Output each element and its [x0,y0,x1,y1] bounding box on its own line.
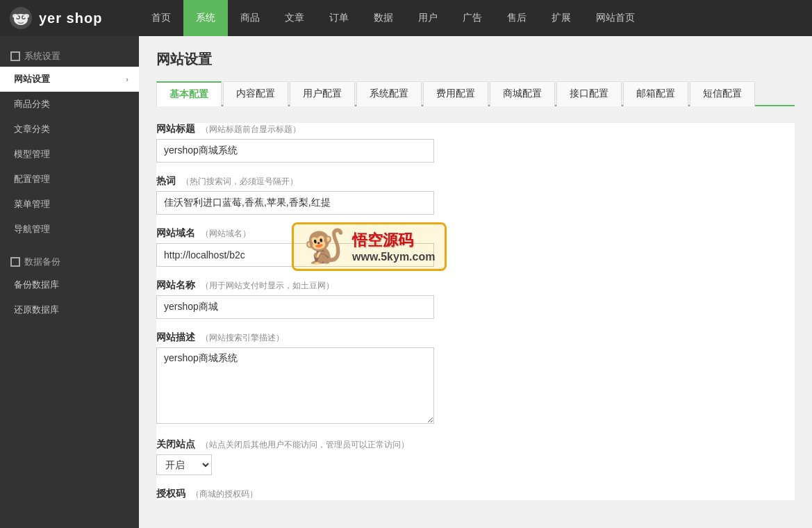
form-group-website-title: 网站标题 （网站标题前台显示标题） [156,123,795,163]
sidebar-section-system-label: 系统设置 [24,50,60,63]
tab-api-config[interactable]: 接口配置 [556,81,622,106]
sidebar-item-model-management[interactable]: 模型管理 [0,142,139,167]
top-navigation: yer shop 首页 系统 商品 文章 订单 数据 用户 广告 售后 扩展 网… [0,0,812,36]
description-textarea[interactable] [156,347,434,424]
nav-item-system[interactable]: 系统 [183,0,228,36]
sidebar-item-config-management[interactable]: 配置管理 [0,167,139,192]
sitename-input[interactable] [156,295,434,319]
nav-item-orders[interactable]: 订单 [317,0,361,36]
nav-item-aftersale[interactable]: 售后 [495,0,539,36]
description-hint: （网站搜索引擎描述） [201,332,284,344]
form-group-sitename: 网站名称 （用于网站支付时显示，如土豆网） [156,279,795,319]
logo-text: yer shop [39,10,102,26]
sitename-label: 网站名称 （用于网站支付时显示，如土豆网） [156,279,795,292]
main-content: 网站设置 基本配置 内容配置 用户配置 系统配置 费用配置 商城配置 接口配置 … [139,36,812,528]
domain-input[interactable] [156,243,434,267]
sidebar: 系统设置 网站设置 › 商品分类 文章分类 模型管理 配置管理 菜单管理 导航管… [0,36,139,528]
nav-item-extend[interactable]: 扩展 [539,0,583,36]
sidebar-section-backup: 数据备份 [0,249,139,272]
domain-label: 网站域名 （网站域名） [156,227,795,240]
tab-system-config[interactable]: 系统配置 [356,81,422,106]
sidebar-item-backup-db[interactable]: 备份数据库 [0,272,139,297]
tab-basic-config[interactable]: 基本配置 [156,81,222,106]
nav-item-frontend[interactable]: 网站首页 [583,0,647,36]
close-site-hint: （站点关闭后其他用户不能访问，管理员可以正常访问） [201,439,409,451]
nav-item-ads[interactable]: 广告 [450,0,495,36]
website-title-hint: （网站标题前台显示标题） [201,124,301,135]
sidebar-item-nav-management[interactable]: 导航管理 [0,217,139,242]
logo-icon [8,6,33,31]
form-group-domain: 网站域名 （网站域名） [156,227,795,267]
description-label: 网站描述 （网站搜索引擎描述） [156,331,795,344]
nav-item-data[interactable]: 数据 [361,0,406,36]
hotwords-label: 热词 （热门搜索词，必须逗号隔开） [156,175,795,188]
tab-fee-config[interactable]: 费用配置 [423,81,488,106]
website-title-input[interactable] [156,139,434,163]
hotwords-input[interactable] [156,191,434,215]
nav-item-home[interactable]: 首页 [139,0,183,36]
basic-config-form: 网站标题 （网站标题前台显示标题） 热词 （热门搜索词，必须逗号隔开） 网站域名… [156,123,795,500]
svg-point-6 [13,14,18,18]
logo-area: yer shop [0,6,139,31]
nav-item-articles[interactable]: 文章 [272,0,317,36]
tabs-container: 基本配置 内容配置 用户配置 系统配置 费用配置 商城配置 接口配置 邮箱配置 … [156,81,795,106]
chevron-right-icon: › [126,75,129,83]
form-group-hotwords: 热词 （热门搜索词，必须逗号隔开） [156,175,795,215]
svg-point-7 [24,14,29,18]
website-title-label: 网站标题 （网站标题前台显示标题） [156,123,795,135]
section-icon-backup [10,257,20,267]
sidebar-item-article-category[interactable]: 文章分类 [0,117,139,142]
sidebar-item-menu-management[interactable]: 菜单管理 [0,192,139,217]
tab-content-config[interactable]: 内容配置 [223,81,288,106]
sitename-hint: （用于网站支付时显示，如土豆网） [201,280,334,292]
auth-code-hint: （商城的授权码） [191,488,258,500]
main-layout: 系统设置 网站设置 › 商品分类 文章分类 模型管理 配置管理 菜单管理 导航管… [0,36,812,528]
sidebar-item-product-category[interactable]: 商品分类 [0,92,139,117]
page-title: 网站设置 [156,50,795,69]
tab-user-config[interactable]: 用户配置 [290,81,355,106]
auth-code-label: 授权码 （商城的授权码） [156,488,795,500]
sidebar-section-backup-label: 数据备份 [24,256,60,268]
sidebar-section-system: 系统设置 [0,43,139,67]
section-icon-system [10,51,20,61]
form-group-description: 网站描述 （网站搜索引擎描述） [156,331,795,426]
nav-item-products[interactable]: 商品 [228,0,272,36]
sidebar-item-restore-db[interactable]: 还原数据库 [0,297,139,322]
nav-item-users[interactable]: 用户 [406,0,450,36]
tab-email-config[interactable]: 邮箱配置 [623,81,688,106]
domain-hint: （网站域名） [201,228,251,240]
close-site-select[interactable]: 开启 关闭 [156,454,212,475]
tab-mall-config[interactable]: 商城配置 [490,81,555,106]
tab-sms-config[interactable]: 短信配置 [690,81,755,106]
sidebar-item-website-settings[interactable]: 网站设置 › [0,67,139,92]
hotwords-hint: （热门搜索词，必须逗号隔开） [181,176,298,188]
close-site-label: 关闭站点 （站点关闭后其他用户不能访问，管理员可以正常访问） [156,438,795,451]
form-group-auth-code: 授权码 （商城的授权码） [156,488,795,500]
nav-items: 首页 系统 商品 文章 订单 数据 用户 广告 售后 扩展 网站首页 [139,0,647,36]
form-group-close-site: 关闭站点 （站点关闭后其他用户不能访问，管理员可以正常访问） 开启 关闭 [156,438,795,475]
